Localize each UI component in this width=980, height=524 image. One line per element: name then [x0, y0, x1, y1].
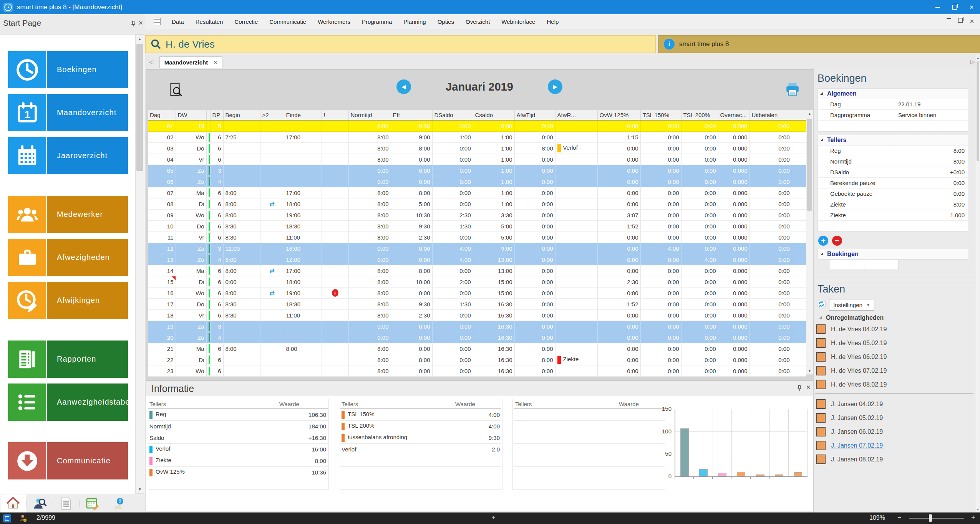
zoom-out-button[interactable]: −	[897, 514, 902, 522]
scroll-up-icon[interactable]: ▲	[136, 37, 144, 41]
grid-row-17[interactable]: 17Do68:3018:308:009:301:3016:300:001:520…	[148, 299, 806, 310]
footer-help-icon[interactable]: ?	[106, 494, 132, 513]
tab-scroll-right-icon[interactable]: ▷	[970, 59, 975, 65]
teller-row[interactable]	[340, 478, 501, 490]
taken-item-j-jansen-05-02-19[interactable]: J. Jansen 05.02.19	[816, 413, 976, 423]
detail-row[interactable]: Normtijd8:00	[818, 156, 968, 167]
column-header-tsl-150[interactable]: TSL 150%	[640, 110, 681, 120]
teller-row[interactable]	[514, 421, 665, 432]
grid-row-03[interactable]: 03Do68:008:000:001:008:00Verlof0:000:000…	[148, 143, 806, 154]
menu-item-opties[interactable]: Opties	[432, 18, 460, 25]
teller-row[interactable]	[340, 467, 501, 478]
teller-row[interactable]	[514, 455, 665, 467]
teller-row[interactable]: Ziekte8:00	[148, 455, 328, 467]
mdi-close-button[interactable]: ✕	[966, 18, 978, 25]
previous-month-button[interactable]: ◀	[396, 79, 411, 94]
sidebar-item-afwijkingen[interactable]: Afwijkingen	[8, 282, 135, 319]
teller-row[interactable]	[514, 467, 665, 478]
column-header-overnac[interactable]: Overnac...	[718, 110, 750, 120]
scroll-up-icon[interactable]: ▲	[806, 112, 813, 116]
remove-booking-button[interactable]: −	[832, 236, 842, 246]
scroll-down-icon[interactable]: ▼	[136, 487, 144, 491]
panel-scrollbar[interactable]: ▲ ▼	[976, 55, 980, 512]
taken-item-h-de-vries-06-02-19[interactable]: H. de Vries 06.02.19	[816, 352, 976, 362]
column-header-blank-19[interactable]	[792, 110, 806, 120]
taken-item-h-de-vries-07-02-19[interactable]: H. de Vries 07.02.19	[816, 366, 976, 375]
grid-row-20[interactable]: 20Zo40:000:000:0016:300:000:000:000:000.…	[148, 332, 806, 343]
teller-row[interactable]: TSL 200%4:00	[340, 421, 501, 432]
grid-row-04[interactable]: 04Vr68:000:000:001:000:000:000:000:000.0…	[148, 154, 806, 165]
grid-row-18[interactable]: 18Vr68:3011:008:002:300:0016:300:000:000…	[148, 310, 806, 321]
column-header-dsaldo[interactable]: DSaldo	[432, 110, 473, 120]
scroll-down-icon[interactable]: ▼	[976, 508, 980, 511]
column-header-dag[interactable]: Dag	[148, 110, 176, 120]
scrollbar-thumb[interactable]	[977, 61, 979, 161]
next-month-button[interactable]: ▶	[548, 79, 562, 94]
detail-row[interactable]: Ziekte1.000	[818, 210, 968, 221]
column-header-2[interactable]: >2	[260, 110, 284, 120]
minimize-button[interactable]	[929, 0, 946, 14]
restore-button[interactable]	[946, 0, 963, 14]
sidebar-item-medewerker[interactable]: Medewerker	[8, 196, 135, 233]
grid-row-01[interactable]: 01Di58:008:000:000:000:000:000:000:000.0…	[148, 120, 806, 132]
taken-item-h-de-vries-05-02-19[interactable]: H. de Vries 05.02.19	[816, 338, 976, 348]
menu-item-webinterface[interactable]: Webinterface	[496, 18, 541, 25]
column-header-dw[interactable]: DW	[176, 110, 206, 120]
sidebar-item-rapporten[interactable]: Rapporten	[8, 341, 135, 378]
grid-row-12[interactable]: 12Za312:0016:000:000:004:009:000:000:004…	[148, 243, 806, 254]
teller-row[interactable]: tussenbalans afronding9:30	[340, 432, 501, 444]
zoom-in-button[interactable]: +	[971, 514, 975, 522]
column-header-afwr[interactable]: AfwR...	[555, 110, 597, 120]
tab-maandoverzicht[interactable]: Maandoverzicht ✕	[159, 56, 222, 68]
printer-icon[interactable]	[784, 81, 801, 97]
teller-row[interactable]	[148, 478, 328, 490]
teller-row[interactable]: Saldo+16:30	[148, 432, 328, 444]
column-header-[interactable]: !	[322, 110, 348, 120]
grid-row-23[interactable]: 23Wo68:000:000:0016:300:000:000:000:000.…	[148, 365, 806, 377]
taken-item-h-de-vries-04-02-19[interactable]: H. de Vries 04.02.19	[816, 324, 976, 334]
zoom-slider-thumb[interactable]	[929, 514, 932, 522]
detail-row[interactable]: Dag22.01.19	[818, 99, 968, 110]
grid-row-02[interactable]: 02Wo67:2517:008:009:001:001:000:001:150:…	[148, 132, 806, 143]
column-header-begin[interactable]: Begin	[223, 110, 260, 120]
informatie-close-icon[interactable]: ✕	[806, 384, 811, 391]
boekingen-header[interactable]: Boekingen	[818, 249, 968, 260]
column-header-blank-2[interactable]	[206, 110, 210, 120]
grid-row-14[interactable]: 14Ma68:00⇄17:008:008:000:0013:000:000:00…	[148, 265, 806, 276]
column-header-afwtijd[interactable]: AfwTijd	[514, 110, 555, 120]
detail-row[interactable]: DSaldo+0:00	[818, 167, 968, 178]
menu-item-overzicht[interactable]: Overzicht	[460, 18, 496, 25]
grid-row-22[interactable]: 22Di68:008:000:0016:308:00Ziekte0:000:00…	[148, 354, 806, 365]
menu-item-resultaten[interactable]: Resultaten	[190, 18, 229, 25]
column-header-dp[interactable]: DP	[210, 110, 223, 120]
grid-row-08[interactable]: 08Di68:00⇄18:008:005:000:001:000:000:000…	[148, 198, 806, 210]
teller-row[interactable]	[514, 409, 665, 421]
teller-row[interactable]: Reg106:30	[148, 409, 328, 421]
grid-row-15[interactable]: 15Di60:0018:008:0010:002:0015:000:002:30…	[148, 276, 806, 288]
pin-icon[interactable]	[130, 20, 137, 27]
mdi-restore-button[interactable]	[955, 18, 966, 23]
menu-item-communicatie[interactable]: Communicatie	[264, 18, 312, 25]
grid-row-19[interactable]: 19Za30:000:000:0016:300:000:000:000:000.…	[148, 321, 806, 332]
grid-row-09[interactable]: 09Wo68:0019:008:0010:302:303:300:003:070…	[148, 210, 806, 221]
detail-row[interactable]: Reg8:00	[818, 145, 968, 156]
detail-row[interactable]: Ziekte8:00	[818, 199, 968, 210]
sidebar-item-jaaroverzicht[interactable]: Jaaroverzicht	[8, 137, 135, 174]
menu-item-correctie[interactable]: Correctie	[229, 18, 264, 25]
sidebar-item-aanwezigheidstabel[interactable]: Aanwezigheidstabel	[8, 383, 135, 421]
teller-row[interactable]: TSL 150%4:00	[340, 409, 501, 421]
detail-row[interactable]: Berekende pauze0:00	[818, 178, 968, 188]
mdi-minimize-button[interactable]	[943, 18, 955, 19]
pin-icon[interactable]	[796, 385, 803, 392]
grid-row-11[interactable]: 11Vr68:3011:008:002:300:005:000:000:000:…	[148, 232, 806, 243]
scroll-down-icon[interactable]: ▼	[806, 369, 813, 373]
tab-close-icon[interactable]: ✕	[213, 60, 217, 65]
sidebar-scrollbar[interactable]: ▲ ▼	[135, 35, 144, 494]
scrollbar-thumb[interactable]	[807, 119, 812, 211]
detail-row[interactable]: DagprogrammaService binnen	[818, 110, 968, 121]
grid-row-07[interactable]: 07Ma68:0017:008:008:000:001:000:000:000:…	[148, 187, 806, 198]
grid-row-10[interactable]: 10Do68:3018:308:009:301:305:000:001:520:…	[148, 221, 806, 232]
grid-row-16[interactable]: 16Wo68:00⇄19:00i8:000:000:0015:000:000:0…	[148, 288, 806, 299]
column-header-ovw-125[interactable]: OvW 125%	[597, 110, 640, 120]
teller-row[interactable]	[514, 444, 665, 455]
